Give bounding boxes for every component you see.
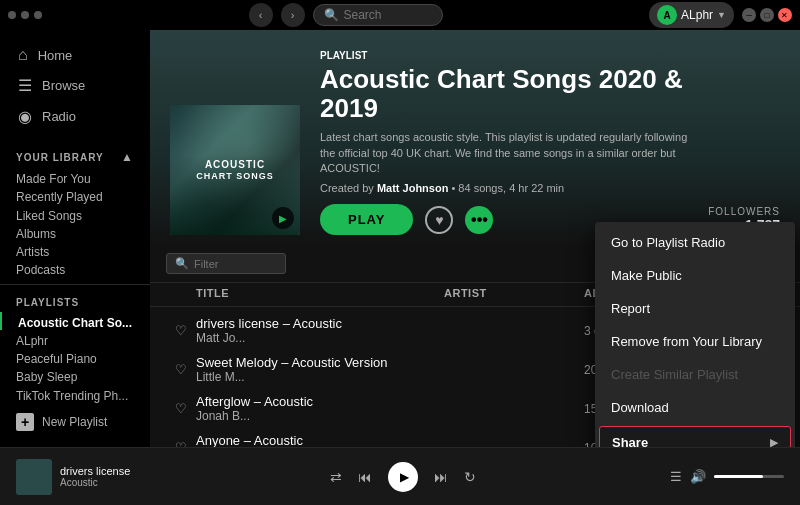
browse-icon: ☰ <box>18 76 32 95</box>
heart-button[interactable]: ♥ <box>425 206 453 234</box>
search-icon: 🔍 <box>324 8 339 22</box>
collapse-library-button[interactable]: ▲ <box>121 150 134 164</box>
sidebar-item-label: Home <box>38 48 73 63</box>
sidebar-item-home[interactable]: ⌂ Home <box>10 40 140 70</box>
menu-item-report[interactable]: Report <box>595 292 795 325</box>
menu-item-share[interactable]: Share ▶ <box>599 426 791 447</box>
track-artist: Jonah B... <box>196 409 444 423</box>
sidebar-item-baby-sleep[interactable]: Baby Sleep <box>0 366 150 384</box>
play-pause-button[interactable]: ▶ <box>388 462 418 492</box>
main-layout: ⌂ Home ☰ Browse ◉ Radio YOUR LIBRARY ▲ M… <box>0 30 800 447</box>
next-button[interactable]: ⏭ <box>434 469 448 485</box>
title-bar: ‹ › 🔍 A ALphr ▼ ─ □ ✕ <box>0 0 800 30</box>
track-heart[interactable]: ♡ <box>166 440 196 447</box>
user-menu[interactable]: A ALphr ▼ <box>649 2 734 28</box>
avatar: A <box>657 5 677 25</box>
content-area: ACOUSTIC CHART SONGS ▶ PLAYLIST Acoustic… <box>150 30 800 447</box>
sidebar-item-recently-played[interactable]: Recently Played <box>0 186 150 204</box>
filter-input[interactable] <box>194 258 284 270</box>
playlists-section-title: PLAYLISTS <box>0 291 150 312</box>
home-icon: ⌂ <box>18 46 28 64</box>
track-title-cell: Anyone – Acoustic Jae Ha... <box>196 433 444 447</box>
playlist-title: Acoustic Chart Songs 2020 &2019 <box>320 65 780 122</box>
library-section-title: YOUR LIBRARY ▲ <box>0 144 150 168</box>
col-heart <box>166 287 196 300</box>
player-controls: ⇄ ⏮ ▶ ⏭ ↻ <box>136 462 670 492</box>
chevron-down-icon: ▼ <box>717 10 726 20</box>
play-button[interactable]: PLAY <box>320 204 413 235</box>
track-title-cell: Afterglow – Acoustic Jonah B... <box>196 394 444 423</box>
album-art: ACOUSTIC CHART SONGS ▶ <box>170 105 300 235</box>
track-title: Afterglow – Acoustic <box>196 394 444 409</box>
new-playlist-label: New Playlist <box>42 415 107 429</box>
followers-label: FOLLOWERS <box>708 206 780 217</box>
playlist-description: Latest chart songs acoustic style. This … <box>320 130 700 176</box>
sidebar-item-made-for-you[interactable]: Made For You <box>0 168 150 186</box>
album-art-text-line2: CHART SONGS <box>196 171 274 183</box>
play-icon: ▶ <box>400 470 409 484</box>
track-heart[interactable]: ♡ <box>166 323 196 338</box>
playlist-type: PLAYLIST <box>320 50 780 61</box>
new-playlist-button[interactable]: + New Playlist <box>0 407 150 437</box>
track-heart[interactable]: ♡ <box>166 362 196 377</box>
maximize-button[interactable]: □ <box>760 8 774 22</box>
forward-button[interactable]: › <box>281 3 305 27</box>
playlist-header: ACOUSTIC CHART SONGS ▶ PLAYLIST Acoustic… <box>150 30 800 245</box>
filter-icon: 🔍 <box>175 257 189 270</box>
playlist-actions: PLAY ♥ ••• <box>320 204 493 235</box>
duration: 4 hr 22 min <box>509 182 564 194</box>
sidebar-item-label: Radio <box>42 109 76 124</box>
back-button[interactable]: ‹ <box>249 3 273 27</box>
track-heart[interactable]: ♡ <box>166 401 196 416</box>
shuffle-button[interactable]: ⇄ <box>330 469 342 485</box>
menu-item-go-to-radio[interactable]: Go to Playlist Radio <box>595 226 795 259</box>
track-artist: Matt Jo... <box>196 331 444 345</box>
sidebar-item-alphr[interactable]: ALphr <box>0 330 150 348</box>
sidebar-item-radio[interactable]: ◉ Radio <box>10 101 140 132</box>
sidebar-item-liked-songs[interactable]: Liked Songs <box>0 205 150 223</box>
context-menu: Go to Playlist Radio Make Public Report … <box>595 222 795 447</box>
col-artist: ARTIST <box>444 287 584 300</box>
list-icon[interactable]: ☰ <box>670 469 682 484</box>
sidebar-item-acoustic-chart[interactable]: Acoustic Chart So... <box>0 312 150 330</box>
playlist-meta: Created by Matt Johnson • 84 songs, 4 hr… <box>320 182 780 194</box>
sidebar-item-browse[interactable]: ☰ Browse <box>10 70 140 101</box>
previous-button[interactable]: ⏮ <box>358 469 372 485</box>
volume-fill <box>714 475 763 478</box>
track-artist: Little M... <box>196 370 444 384</box>
sidebar-item-tiktok-trending[interactable]: TikTok Trending Ph... <box>0 385 150 403</box>
close-button[interactable]: ✕ <box>778 8 792 22</box>
sidebar-item-peaceful-piano[interactable]: Peaceful Piano <box>0 348 150 366</box>
album-art-text-line1: ACOUSTIC <box>196 158 274 171</box>
playlist-info: PLAYLIST Acoustic Chart Songs 2020 &2019… <box>320 50 780 235</box>
search-bar[interactable]: 🔍 <box>313 4 443 26</box>
filter-input-wrapper[interactable]: 🔍 <box>166 253 286 274</box>
menu-item-remove-library[interactable]: Remove from Your Library <box>595 325 795 358</box>
sidebar-item-albums[interactable]: Albums <box>0 223 150 241</box>
track-title: drivers license – Acoustic <box>196 316 444 331</box>
chevron-right-icon: ▶ <box>770 436 778 447</box>
menu-item-create-similar: Create Similar Playlist <box>595 358 795 391</box>
repeat-button[interactable]: ↻ <box>464 469 476 485</box>
sidebar: ⌂ Home ☰ Browse ◉ Radio YOUR LIBRARY ▲ M… <box>0 30 150 447</box>
track-title: Sweet Melody – Acoustic Version <box>196 355 444 370</box>
sidebar-nav: ⌂ Home ☰ Browse ◉ Radio <box>0 40 150 132</box>
username-label: ALphr <box>681 8 713 22</box>
menu-item-download[interactable]: Download <box>595 391 795 424</box>
volume-slider[interactable] <box>714 475 784 478</box>
minimize-button[interactable]: ─ <box>742 8 756 22</box>
more-options-button[interactable]: ••• <box>465 206 493 234</box>
col-title: TITLE <box>196 287 444 300</box>
playlist-creator[interactable]: Matt Johnson <box>377 182 449 194</box>
title-bar-nav: ‹ › 🔍 <box>249 3 443 27</box>
plus-icon: + <box>16 413 34 431</box>
sidebar-item-artists[interactable]: Artists <box>0 241 150 259</box>
menu-item-make-public[interactable]: Make Public <box>595 259 795 292</box>
song-count: 84 songs <box>458 182 503 194</box>
search-input[interactable] <box>344 8 444 22</box>
speaker-icon: 🔊 <box>690 469 706 484</box>
sidebar-item-label: Browse <box>42 78 85 93</box>
title-bar-right: A ALphr ▼ ─ □ ✕ <box>649 2 792 28</box>
track-title-cell: Sweet Melody – Acoustic Version Little M… <box>196 355 444 384</box>
sidebar-item-podcasts[interactable]: Podcasts <box>0 259 150 277</box>
